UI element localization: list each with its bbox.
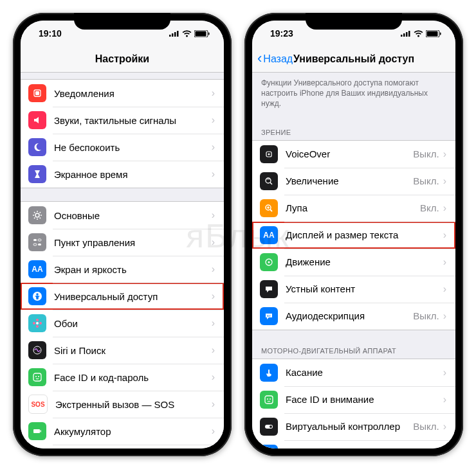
row-sos[interactable]: SOSЭкстренный вызов — SOS› bbox=[21, 391, 224, 418]
svg-rect-25 bbox=[33, 429, 40, 433]
section-header: ЗРЕНИЕ bbox=[252, 125, 455, 140]
settings-list[interactable]: Уведомления›Звуки, тактильные сигналы›Не… bbox=[21, 73, 224, 449]
status-indicators bbox=[169, 30, 210, 37]
chevron-right-icon: › bbox=[212, 141, 215, 153]
row-privacy[interactable]: Конфиденциальность› bbox=[21, 445, 224, 449]
svg-rect-38 bbox=[266, 178, 270, 180]
row-control-center[interactable]: Пункт управления› bbox=[21, 229, 224, 256]
chevron-right-icon: › bbox=[212, 371, 215, 383]
chevron-right-icon: › bbox=[443, 148, 446, 160]
chevron-right-icon: › bbox=[212, 87, 215, 99]
row-label: Универсальный доступ bbox=[54, 291, 212, 302]
row-screentime[interactable]: Экранное время› bbox=[21, 161, 224, 188]
row-label: Дисплей и размер текста bbox=[286, 229, 443, 240]
row-value: Вкл. bbox=[420, 202, 439, 213]
row-label: Устный контент bbox=[286, 283, 443, 294]
row-audiodesc[interactable]: ADАудиодескрипцияВыкл.› bbox=[252, 303, 455, 330]
row-display-text[interactable]: AAДисплей и размер текста› bbox=[252, 222, 455, 249]
chevron-right-icon: › bbox=[212, 344, 215, 356]
svg-rect-26 bbox=[41, 431, 42, 432]
row-value: Выкл. bbox=[413, 310, 439, 321]
row-label: VoiceOver bbox=[286, 148, 413, 159]
row-label: Siri и Поиск bbox=[54, 345, 212, 356]
chevron-right-icon: › bbox=[443, 421, 446, 432]
chevron-right-icon: › bbox=[443, 367, 446, 378]
accessibility-list[interactable]: Функции Универсального доступа помогают … bbox=[252, 73, 455, 449]
row-label: Обои bbox=[54, 318, 212, 329]
dnd-icon bbox=[28, 138, 46, 156]
row-dnd[interactable]: Не беспокоить› bbox=[21, 134, 224, 161]
page-title: Настройки bbox=[21, 53, 224, 65]
wifi-icon bbox=[182, 30, 192, 37]
row-siri[interactable]: Siri и Поиск› bbox=[21, 337, 224, 364]
zoom-icon bbox=[260, 172, 278, 190]
svg-point-9 bbox=[35, 213, 39, 217]
row-general[interactable]: Основные› bbox=[21, 202, 224, 229]
accessibility-icon bbox=[28, 287, 46, 305]
motion-icon bbox=[260, 253, 278, 271]
row-label: Не беспокоить bbox=[54, 142, 212, 153]
navbar-left: Настройки bbox=[21, 46, 224, 73]
row-battery[interactable]: Аккумулятор› bbox=[21, 418, 224, 445]
row-voiceover[interactable]: VoiceOverВыкл.› bbox=[252, 141, 455, 168]
sounds-icon bbox=[28, 111, 46, 129]
svg-rect-27 bbox=[401, 35, 403, 37]
display-icon: AA bbox=[28, 260, 46, 278]
touch-icon bbox=[260, 364, 278, 382]
siri-icon bbox=[28, 341, 46, 359]
display-text-icon: AA bbox=[260, 226, 278, 244]
svg-text:AD: AD bbox=[267, 314, 271, 317]
spoken-icon bbox=[260, 280, 278, 298]
row-sounds[interactable]: Звуки, тактильные сигналы› bbox=[21, 107, 224, 134]
row-faceid[interactable]: Face ID и код-пароль› bbox=[21, 364, 224, 391]
svg-rect-33 bbox=[440, 32, 441, 35]
row-label: Управление голосом bbox=[286, 448, 413, 449]
row-accessibility[interactable]: Универсальный доступ› bbox=[21, 283, 224, 310]
row-display[interactable]: AAЭкран и яркость› bbox=[21, 256, 224, 283]
svg-rect-3 bbox=[177, 31, 179, 37]
row-notifications[interactable]: Уведомления› bbox=[21, 80, 224, 107]
cellular-icon bbox=[401, 30, 411, 37]
chevron-right-icon: › bbox=[443, 175, 446, 187]
row-label: Face ID и код-пароль bbox=[54, 372, 212, 383]
row-touch[interactable]: Касание› bbox=[252, 359, 455, 386]
row-switch-control[interactable]: Виртуальный контроллерВыкл.› bbox=[252, 413, 455, 440]
svg-rect-2 bbox=[174, 32, 176, 37]
magnifier-icon bbox=[260, 199, 278, 217]
svg-point-20 bbox=[39, 322, 42, 324]
row-magnifier[interactable]: ЛупаВкл.› bbox=[252, 195, 455, 222]
svg-point-44 bbox=[268, 261, 270, 263]
chevron-right-icon: › bbox=[212, 425, 215, 437]
svg-point-47 bbox=[267, 398, 268, 400]
row-motion[interactable]: Движение› bbox=[252, 249, 455, 276]
row-face-attention[interactable]: Face ID и внимание› bbox=[252, 386, 455, 413]
section-description: Функции Универсального доступа помогают … bbox=[252, 73, 455, 112]
row-value: Выкл. bbox=[413, 421, 439, 432]
row-value: Выкл. bbox=[413, 175, 439, 186]
svg-rect-30 bbox=[408, 31, 410, 37]
chevron-left-icon: ‹ bbox=[257, 51, 262, 66]
row-wallpaper[interactable]: Обои› bbox=[21, 310, 224, 337]
chevron-right-icon: › bbox=[443, 283, 446, 295]
svg-rect-0 bbox=[169, 35, 171, 37]
chevron-right-icon: › bbox=[443, 256, 446, 268]
row-label: Экранное время bbox=[54, 169, 212, 180]
svg-point-50 bbox=[270, 425, 272, 428]
svg-point-23 bbox=[35, 376, 37, 377]
notch bbox=[74, 13, 170, 30]
row-label: Виртуальный контроллер bbox=[286, 421, 413, 432]
svg-rect-5 bbox=[196, 31, 206, 36]
wifi-icon bbox=[414, 30, 423, 37]
row-voice-control[interactable]: Управление голосомВыкл.› bbox=[252, 440, 455, 449]
wallpaper-icon bbox=[28, 314, 46, 332]
chevron-right-icon: › bbox=[212, 168, 215, 180]
svg-rect-1 bbox=[172, 33, 174, 37]
row-label: Лупа bbox=[286, 202, 420, 213]
row-spoken[interactable]: Устный контент› bbox=[252, 276, 455, 303]
row-label: Увеличение bbox=[286, 175, 413, 186]
chevron-right-icon: › bbox=[212, 236, 215, 248]
row-zoom[interactable]: УвеличениеВыкл.› bbox=[252, 168, 455, 195]
svg-rect-12 bbox=[33, 244, 37, 245]
back-button[interactable]: ‹ Назад bbox=[257, 53, 293, 66]
navbar-right: ‹ Назад Универсальный доступ bbox=[252, 46, 455, 73]
